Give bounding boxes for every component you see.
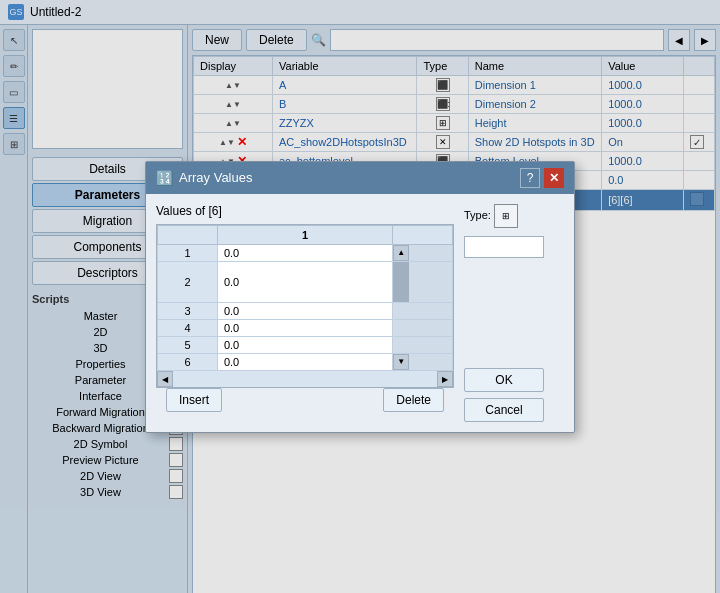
modal-delete-button[interactable]: Delete xyxy=(383,388,444,412)
type-icon: ⊞ xyxy=(494,204,518,228)
modal-cell-value[interactable]: 0.0 xyxy=(217,353,392,370)
cancel-button[interactable]: Cancel xyxy=(464,398,544,422)
scroll-up-button[interactable]: ▲ xyxy=(393,245,409,261)
modal-row-num: 4 xyxy=(158,319,218,336)
modal-row-num: 6 xyxy=(158,353,218,370)
modal-overlay: 🔢 Array Values ? ✕ Values of [6] 1 xyxy=(0,0,720,593)
modal-icon: 🔢 xyxy=(156,170,173,186)
modal-right-panel: Type: ⊞ 0.0 OK Cancel xyxy=(464,204,564,422)
modal-scroll-col xyxy=(393,225,453,244)
modal-grid-row[interactable]: 30.0 xyxy=(158,302,453,319)
scroll-thumb xyxy=(393,262,409,302)
modal-title: Array Values xyxy=(179,170,520,185)
modal-close-button[interactable]: ✕ xyxy=(544,168,564,188)
modal-grid-row[interactable]: 60.0▼ xyxy=(158,353,453,370)
scroll-down-button[interactable]: ▼ xyxy=(393,354,409,370)
modal-row-num: 2 xyxy=(158,261,218,302)
scroll-left-button[interactable]: ◀ xyxy=(157,371,173,387)
modal-horizontal-scrollbar[interactable]: ◀ ▶ xyxy=(157,371,453,387)
modal-bottom-buttons: Insert Delete xyxy=(156,388,454,422)
modal-left-panel: Values of [6] 1 10.0▲20.030.040.050.060.… xyxy=(156,204,454,422)
ok-button[interactable]: OK xyxy=(464,368,544,392)
modal-row-num: 5 xyxy=(158,336,218,353)
modal-grid-row[interactable]: 40.0 xyxy=(158,319,453,336)
modal-row-col xyxy=(158,225,218,244)
modal-cell-value[interactable]: 0.0 xyxy=(217,244,392,261)
type-label: Type: xyxy=(464,209,491,221)
modal-grid-row[interactable]: 20.0 xyxy=(158,261,453,302)
modal-header: 🔢 Array Values ? ✕ xyxy=(146,162,574,194)
array-values-modal: 🔢 Array Values ? ✕ Values of [6] 1 xyxy=(145,161,575,433)
modal-row-num: 3 xyxy=(158,302,218,319)
modal-grid-container: 1 10.0▲20.030.040.050.060.0▼ ◀ ▶ xyxy=(156,224,454,388)
modal-grid-row[interactable]: 10.0▲ xyxy=(158,244,453,261)
modal-help-button[interactable]: ? xyxy=(520,168,540,188)
scroll-track[interactable] xyxy=(173,371,437,387)
modal-cell-value[interactable]: 0.0 xyxy=(217,302,392,319)
modal-cell-value[interactable]: 0.0 xyxy=(217,261,392,302)
modal-data-table: 1 10.0▲20.030.040.050.060.0▼ xyxy=(157,225,453,371)
scroll-right-button[interactable]: ▶ xyxy=(437,371,453,387)
modal-cell-value[interactable]: 0.0 xyxy=(217,319,392,336)
modal-values-label: Values of [6] xyxy=(156,204,454,218)
modal-row-num: 1 xyxy=(158,244,218,261)
value-input[interactable]: 0.0 xyxy=(464,236,544,258)
modal-cell-value[interactable]: 0.0 xyxy=(217,336,392,353)
modal-insert-button[interactable]: Insert xyxy=(166,388,222,412)
modal-grid-row[interactable]: 50.0 xyxy=(158,336,453,353)
modal-body: Values of [6] 1 10.0▲20.030.040.050.060.… xyxy=(146,194,574,432)
modal-col-1: 1 xyxy=(217,225,392,244)
